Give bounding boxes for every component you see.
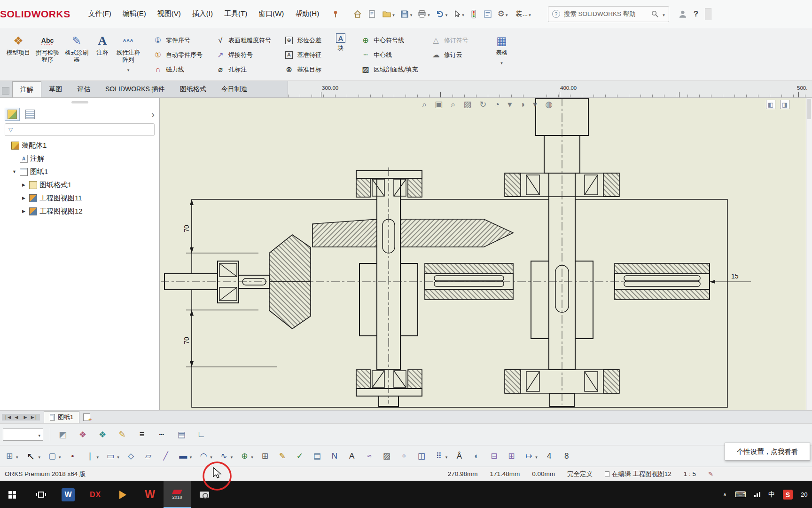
extend-icon[interactable]: ⊞ [506,451,517,461]
save-button[interactable] [400,9,413,19]
tab-sheet-format[interactable]: 图纸格式 [172,81,214,97]
taskbar-dx[interactable]: DX [82,481,109,508]
tab-today-mfg[interactable]: 今日制造 [214,81,255,97]
move-entities-icon[interactable]: ↦ [523,451,538,461]
tables-button[interactable]: ▦ 表格 [487,30,516,79]
menu-tools[interactable]: 工具(T) [219,6,253,22]
search-icon[interactable] [651,10,659,18]
expander-icon[interactable]: ▶ [21,196,27,200]
tab-evaluate[interactable]: 评估 [70,81,98,97]
tree-item-drawing-view12[interactable]: ▶ 工程图视图12 [0,205,159,218]
taskbar-word[interactable]: W [55,481,82,508]
dropdown-icon[interactable] [39,452,41,460]
tree-filter-input[interactable]: ▽ [5,123,155,136]
revision-symbol-button[interactable]: △修订符号 [429,33,471,48]
selection-filter-icon[interactable]: ⊞ [4,451,18,461]
auto-balloon-button[interactable]: ①自动零件序号 [150,48,205,62]
weld-symbol-button[interactable]: ↗焊接符号 [213,48,274,62]
ime-indicator[interactable]: 中 [768,491,775,499]
geometric-tolerance-button[interactable]: ⊕形位公差 [281,33,324,48]
hatch-icon[interactable]: ▨ [381,451,392,461]
dropdown-icon[interactable] [663,10,665,18]
dimension-label[interactable]: 15 [731,272,739,280]
dropdown-icon[interactable]: ▾ [508,99,512,110]
network-icon[interactable] [754,492,760,497]
help-search-input[interactable]: ? 搜索 SOLIDWORKS 帮助 [548,6,669,22]
panel-expand-icon[interactable]: › [151,110,155,119]
dropdown-icon[interactable] [251,452,253,460]
dropdown-icon[interactable] [38,431,40,438]
line-icon[interactable]: ∣ [85,451,99,461]
tab-solidworks-addins[interactable]: SOLIDWORKS 插件 [98,81,172,97]
layer-combo[interactable] [3,429,43,441]
linear-note-pattern-button[interactable]: AAA 线性注释阵列 [114,30,143,79]
expander-icon[interactable]: ▶ [21,183,27,187]
pencil-icon[interactable]: ✎ [277,451,288,461]
drawing-sheet[interactable]: 70 70 15 [160,98,812,410]
expander-icon[interactable]: ▼ [11,169,17,174]
center-mark-button[interactable]: ⊕中心符号线 [358,33,421,48]
section-view-icon[interactable]: ▨ [463,99,471,110]
tree-item-sheet1[interactable]: ▼ 图纸1 [0,165,159,178]
straight-slot-icon[interactable]: ▬ [178,452,192,461]
task-view-button[interactable] [27,481,55,508]
corner-style-icon[interactable]: ∟ [195,429,207,439]
dropdown-icon[interactable] [392,10,395,18]
arc-icon[interactable]: ◠ [198,451,212,461]
menu-view[interactable]: 视图(V) [152,6,187,22]
hidden-icons-button[interactable]: ∧ [723,492,726,498]
conic-icon[interactable]: ≈ [364,452,375,461]
tree-item-assembly1[interactable]: 装配体1 [0,139,159,152]
model-items-button[interactable]: ❖ 模型项目 [4,30,33,79]
menu-help[interactable]: 帮助(H) [289,6,325,22]
balloon-button[interactable]: ①零件序号 [150,33,205,48]
circle-icon[interactable]: ⊕ [239,451,253,461]
dropdown-icon[interactable] [529,10,531,18]
tab-annotation[interactable]: 注解 [12,81,41,97]
properties-button[interactable] [483,9,492,19]
partial-tab-icon[interactable] [2,87,9,95]
corner-rectangle-icon[interactable]: ▭ [105,451,119,461]
assembly-dropdown-button[interactable]: 装... [513,10,531,18]
dropdown-icon[interactable] [59,452,61,460]
tree-item-drawing-view11[interactable]: ▶ 工程图视图11 [0,191,159,205]
appearance-icon[interactable]: ◍ [545,99,553,110]
expander-icon[interactable]: ▶ [21,209,27,214]
markup-icon[interactable]: ❖ [77,429,89,440]
taskbar-clock[interactable]: 20 [801,491,810,498]
datum-feature-button[interactable]: A基准特征 [281,48,324,62]
sheet-tab-sheet1[interactable]: 图纸1 [44,411,79,423]
line-thickness-icon[interactable]: ≡ [136,429,148,439]
rotate-view-icon[interactable]: ↻ [479,99,486,110]
text-tool-icon[interactable]: A [346,452,358,461]
dropdown-icon[interactable] [445,452,448,460]
select-button[interactable] [453,10,464,18]
taskbar-solidworks[interactable]: 2018 [164,481,191,508]
surface-finish-button[interactable]: √表面粗糙度符号 [213,33,274,48]
tool-8-icon[interactable]: 8 [561,452,572,461]
print-button[interactable] [417,9,430,19]
prev-sheet-button[interactable]: ◀ [12,415,21,420]
spell-checker-button[interactable]: Abc 拼写检验程序 [33,30,62,79]
add-sheet-button[interactable] [83,413,90,421]
dropdown-icon[interactable] [97,452,99,460]
user-button[interactable] [678,9,688,19]
angle-dimension-icon[interactable]: Å [453,452,465,461]
sogou-icon[interactable]: S [783,490,793,500]
menu-edit[interactable]: 编辑(E) [117,6,152,22]
zoom-fit-icon[interactable]: ⌕ [422,100,427,110]
dimension-label[interactable]: 70 [183,337,190,344]
dimension-label[interactable]: 70 [183,225,190,232]
undo-button[interactable] [435,9,448,19]
display-pane-tab[interactable] [23,108,38,121]
dropdown-icon[interactable] [410,10,413,18]
centerpoint-icon[interactable]: ⌖ [398,452,410,461]
tree-item-annotations[interactable]: 注解 [0,152,159,165]
trim-icon[interactable]: ⊟ [488,451,500,461]
dropdown-icon[interactable] [231,452,233,460]
dropdown-icon[interactable] [462,10,464,18]
first-sheet-button[interactable]: ❘◀ [3,415,12,420]
taskbar-media-player[interactable] [109,481,136,508]
taskbar-screen-recorder[interactable] [191,481,218,508]
options-button[interactable]: ⚙ [498,9,508,19]
